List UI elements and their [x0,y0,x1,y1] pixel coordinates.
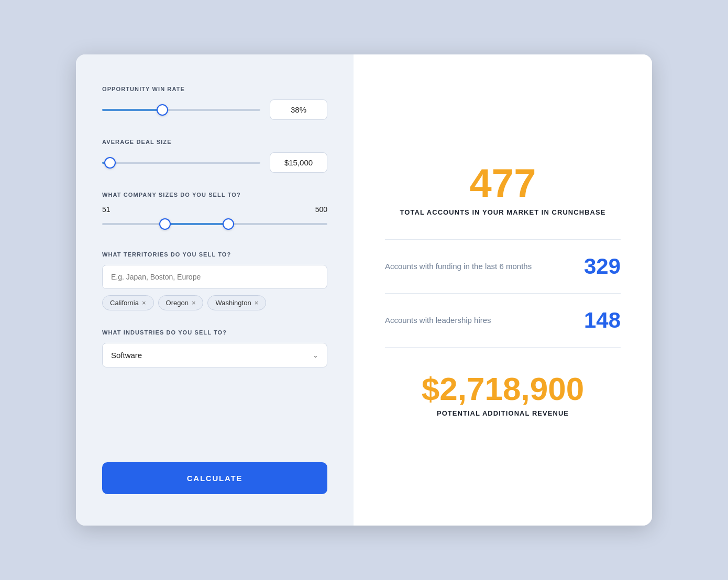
tag-washington-close[interactable]: × [255,299,259,306]
revenue-number: $2,718,900 [422,373,584,405]
range-min-label: 51 [102,205,111,214]
divider-3 [385,347,621,348]
slider-thumb[interactable] [157,104,168,116]
range-thumb-left[interactable] [159,218,171,230]
total-accounts-label: TOTAL ACCOUNTS IN YOUR MARKET IN CRUNCHB… [400,208,606,216]
tags-row: California × Oregon × Washington × [102,295,327,310]
tag-washington: Washington × [207,295,266,310]
leadership-value: 148 [584,309,621,331]
main-card: OPPORTUNITY WIN RATE 38% AVERAGE DEAL SI… [76,54,652,526]
tag-california: California × [102,295,154,310]
funding-label: Accounts with funding in the last 6 mont… [385,262,532,271]
tag-oregon-close[interactable]: × [192,299,196,306]
opportunity-win-rate-label: OPPORTUNITY WIN RATE [102,86,327,92]
industries-dropdown[interactable]: Software ⌄ [102,343,327,367]
average-deal-size-value: $15,000 [270,152,327,173]
company-size-range-slider[interactable] [102,216,327,232]
leadership-label: Accounts with leadership hires [385,316,491,325]
opportunity-win-rate-value: 38% [270,99,327,120]
average-deal-size-label: AVERAGE DEAL SIZE [102,139,327,145]
territory-input[interactable] [102,265,327,289]
industries-section: WHAT INDUSTRIES DO YOU SELL TO? Software… [102,329,327,367]
opportunity-win-rate-section: OPPORTUNITY WIN RATE 38% [102,86,327,120]
leadership-stat-row: Accounts with leadership hires 148 [385,302,621,339]
right-panel: 477 TOTAL ACCOUNTS IN YOUR MARKET IN CRU… [354,54,652,526]
slider-fill [102,109,162,111]
slider-track-2 [102,162,260,164]
range-fill [165,223,228,225]
left-panel: OPPORTUNITY WIN RATE 38% AVERAGE DEAL SI… [76,54,354,526]
slider-thumb-2[interactable] [104,157,116,169]
territories-label: WHAT TERRITORIES DO YOU SELL TO? [102,251,327,258]
tag-california-label: California [110,299,139,307]
tag-washington-label: Washington [215,299,251,307]
industries-label: WHAT INDUSTRIES DO YOU SELL TO? [102,329,327,336]
range-thumb-right[interactable] [223,218,234,230]
revenue-label: POTENTIAL ADDITIONAL REVENUE [437,409,569,417]
territories-section: WHAT TERRITORIES DO YOU SELL TO? Califor… [102,251,327,310]
funding-value: 329 [584,255,621,277]
opportunity-win-rate-row: 38% [102,99,327,120]
funding-stat-row: Accounts with funding in the last 6 mont… [385,248,621,285]
range-labels: 51 500 [102,205,327,214]
average-deal-size-row: $15,000 [102,152,327,173]
company-sizes-label: WHAT COMPANY SIZES DO YOU SELL TO? [102,192,327,198]
divider-1 [385,239,621,240]
average-deal-size-section: AVERAGE DEAL SIZE $15,000 [102,139,327,173]
opportunity-win-rate-slider[interactable] [102,102,260,118]
tag-oregon: Oregon × [158,295,204,310]
chevron-down-icon: ⌄ [313,351,318,359]
tag-oregon-label: Oregon [166,299,189,307]
total-accounts-number: 477 [470,163,536,203]
industries-selected: Software [111,351,142,360]
company-sizes-section: WHAT COMPANY SIZES DO YOU SELL TO? 51 50… [102,192,327,232]
average-deal-size-slider[interactable] [102,154,260,171]
calculate-button[interactable]: CALCULATE [102,462,327,494]
divider-2 [385,293,621,294]
tag-california-close[interactable]: × [142,299,146,306]
range-max-label: 500 [315,205,327,214]
